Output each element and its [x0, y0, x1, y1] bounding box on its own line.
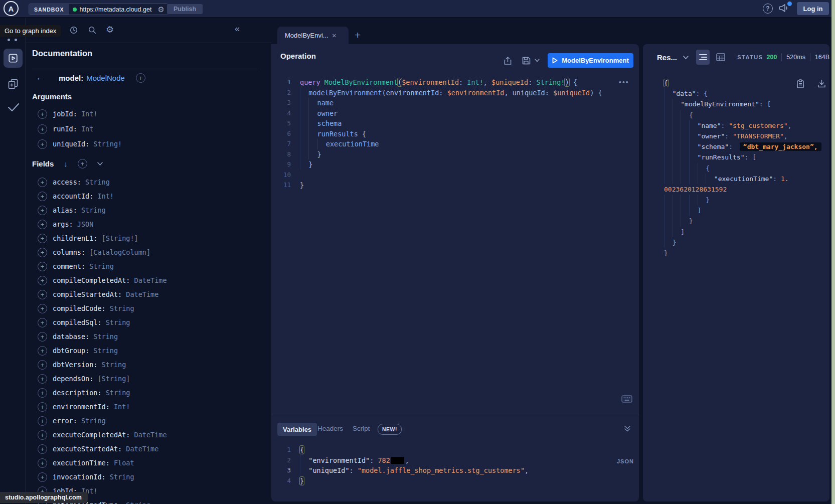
code-line[interactable]: "modelByEnvironment": [	[664, 99, 829, 109]
collapse-variables-icon[interactable]	[624, 425, 631, 432]
collapse-panel-icon[interactable]: «	[235, 24, 240, 34]
add-to-query-icon[interactable]: +	[38, 124, 47, 134]
argument-row[interactable]: +jobId: Int!	[26, 106, 271, 121]
add-to-query-icon[interactable]: +	[38, 346, 47, 356]
field-type[interactable]: JSON	[77, 220, 94, 228]
field-row[interactable]: +dbtGroup: String	[26, 344, 271, 358]
history-icon[interactable]	[69, 26, 78, 35]
login-button[interactable]: Log in	[797, 2, 829, 15]
argument-row[interactable]: +runId: Int	[26, 121, 271, 136]
add-to-query-icon[interactable]: +	[38, 318, 47, 327]
add-to-query-icon[interactable]: +	[38, 178, 47, 187]
editor-more-menu[interactable]: •••	[619, 78, 629, 86]
field-type[interactable]: Float	[114, 459, 134, 467]
code-line[interactable]: 4}	[271, 476, 639, 486]
field-row[interactable]: +database: String	[26, 329, 271, 344]
field-type[interactable]: [String!]	[102, 234, 138, 242]
field-row[interactable]: +invocationId: String	[26, 470, 271, 484]
code-line[interactable]: "executionTime": 1.	[664, 174, 829, 184]
field-row[interactable]: +compileCompletedAt: DateTime	[26, 273, 271, 287]
add-to-query-icon[interactable]: +	[38, 374, 47, 384]
field-row[interactable]: +compiledSql: String	[26, 315, 271, 329]
add-to-query-icon[interactable]: +	[38, 290, 47, 299]
nav-schema-button[interactable]	[7, 78, 19, 90]
code-line[interactable]: "data": {	[664, 88, 829, 99]
add-to-query-icon[interactable]: +	[38, 220, 47, 229]
code-line[interactable]: 1{	[271, 445, 639, 455]
code-line[interactable]: {	[664, 110, 829, 120]
sort-fields-icon[interactable]: ↓	[64, 159, 68, 168]
add-to-query-icon[interactable]: +	[38, 139, 47, 149]
tab-modelbyenvironment[interactable]: ModelByEnvi... ×	[277, 27, 349, 44]
field-type[interactable]: DateTime	[126, 445, 158, 453]
nav-checks-button[interactable]	[7, 102, 20, 112]
code-line[interactable]: }	[664, 195, 829, 205]
add-to-query-icon[interactable]: +	[38, 109, 47, 119]
field-type[interactable]: [CatalogColumn]	[89, 248, 150, 256]
code-line[interactable]: 1query ModelByEnvironment($environmentId…	[271, 77, 639, 88]
field-type[interactable]: String!	[93, 140, 122, 148]
add-to-query-icon[interactable]: +	[38, 472, 47, 482]
code-line[interactable]: 9}	[271, 159, 639, 170]
endpoint-url[interactable]: https://metadata.cloud.get	[80, 6, 155, 13]
field-row[interactable]: +compileStartedAt: DateTime	[26, 287, 271, 301]
code-line[interactable]: 2"environmentId": 782,	[271, 455, 639, 466]
field-type[interactable]: Int	[81, 125, 93, 133]
field-type[interactable]: String	[102, 361, 126, 369]
code-line[interactable]: {	[664, 163, 829, 174]
field-type[interactable]: Int!	[97, 192, 114, 200]
code-line[interactable]: 7executionTime	[271, 139, 639, 149]
add-to-query-icon[interactable]: +	[38, 388, 47, 398]
field-type[interactable]: String	[93, 347, 118, 355]
field-row[interactable]: +dependsOn: [String]	[26, 372, 271, 386]
table-view-toggle[interactable]	[716, 53, 725, 61]
field-type[interactable]: DateTime	[134, 431, 167, 439]
variables-editor[interactable]: 1{2"environmentId": 782,3"uniqueId": "mo…	[271, 445, 639, 486]
add-to-query-icon[interactable]: +	[38, 430, 47, 440]
field-row[interactable]: +accountId: Int!	[26, 189, 271, 203]
add-fields-icon[interactable]: +	[78, 159, 87, 169]
nav-explorer-button[interactable]	[4, 49, 23, 68]
code-line[interactable]: "schema": “dbt_mary_jackson”,	[664, 141, 829, 152]
field-row[interactable]: +columns: [CatalogColumn]	[26, 245, 271, 259]
field-row[interactable]: +childrenL1: [String!]	[26, 231, 271, 245]
response-json-viewer[interactable]: {"data": {"modelByEnvironment": [{"name"…	[643, 78, 829, 258]
add-to-query-icon[interactable]: +	[38, 458, 47, 468]
endpoint-url-field[interactable]: https://metadata.cloud.get ⚙	[69, 4, 168, 15]
field-row[interactable]: +comment: String	[26, 259, 271, 273]
argument-row[interactable]: +uniqueId: String!	[26, 136, 271, 151]
close-tab-icon[interactable]: ×	[332, 31, 337, 40]
endpoint-settings-gear-icon[interactable]: ⚙	[158, 6, 164, 13]
response-menu-chevron-icon[interactable]	[683, 56, 689, 59]
field-row[interactable]: +executeCompletedAt: DateTime	[26, 428, 271, 442]
code-line[interactable]: 3name	[271, 98, 639, 108]
field-type[interactable]: [String]	[97, 375, 130, 383]
help-icon[interactable]: ?	[763, 4, 773, 14]
back-arrow-icon[interactable]: ←	[36, 73, 45, 83]
code-line[interactable]: "name": "stg_customers",	[664, 120, 829, 131]
field-type[interactable]: DateTime	[134, 276, 167, 284]
add-to-query-icon[interactable]: +	[38, 206, 47, 215]
save-menu-chevron-icon[interactable]	[535, 59, 540, 62]
field-type[interactable]: String	[126, 501, 150, 504]
code-line[interactable]: 11}	[271, 180, 639, 191]
add-to-query-icon[interactable]: +	[38, 332, 47, 342]
field-row[interactable]: +description: String	[26, 386, 271, 400]
add-to-query-icon[interactable]: +	[38, 304, 47, 313]
code-line[interactable]: 6runResults {	[271, 129, 639, 139]
add-to-query-icon[interactable]: +	[38, 444, 47, 454]
field-row[interactable]: +dbtVersion: String	[26, 358, 271, 372]
field-type[interactable]: Int!	[114, 403, 130, 411]
add-to-query-icon[interactable]: +	[38, 416, 47, 426]
save-operation-button[interactable]	[522, 56, 531, 65]
graph-index-icon[interactable]	[0, 37, 26, 43]
publish-button[interactable]: Publish	[167, 4, 203, 14]
field-type[interactable]: String	[106, 389, 130, 397]
keyboard-shortcuts-icon[interactable]	[621, 395, 632, 403]
code-line[interactable]: 10	[271, 170, 639, 181]
field-row[interactable]: +access: String	[26, 175, 271, 189]
code-line[interactable]: 0023620128631592	[664, 184, 829, 195]
code-line[interactable]: ]	[664, 227, 829, 237]
tab-variables[interactable]: Variables	[277, 423, 317, 436]
add-to-query-icon[interactable]: +	[38, 360, 47, 370]
